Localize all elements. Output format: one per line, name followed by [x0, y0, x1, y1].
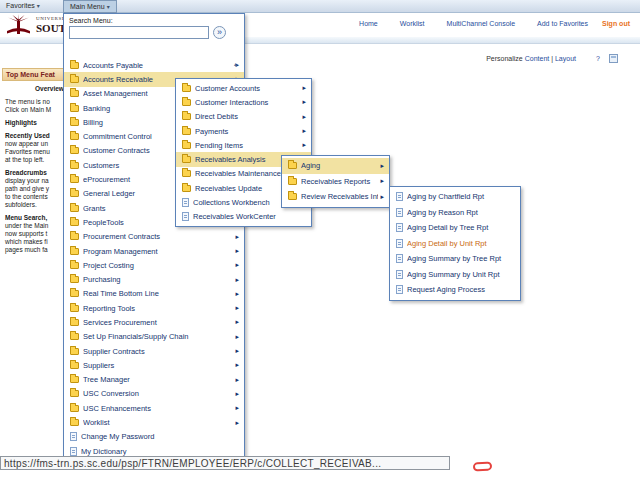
sign-out-link[interactable]: Sign out — [602, 20, 630, 27]
submenu-arrow-icon: ▸ — [233, 304, 239, 312]
menu-item-label: Supplier Contracts — [83, 347, 233, 356]
menu-search-input[interactable] — [69, 26, 209, 39]
menu-item[interactable]: Procurement Contracts ▸ — [64, 230, 244, 244]
menu-item[interactable]: Change My Password ▸ — [64, 430, 244, 444]
sidebar-text-line: which makes fi — [5, 238, 65, 246]
folder-icon — [70, 348, 79, 355]
menu-item[interactable]: Aging by Chartfield Rpt ▸ — [390, 189, 520, 205]
menu-item[interactable]: Pending Items ▸ — [176, 138, 311, 152]
menu-item[interactable]: Reporting Tools ▸ — [64, 301, 244, 315]
menu-item[interactable]: Receivables Reports ▸ — [282, 174, 389, 190]
menu-item-label: My Dictionary — [81, 447, 233, 456]
personalize-layout-link[interactable]: Layout — [555, 55, 576, 62]
sidebar-text-line: Click on Main M — [5, 106, 65, 114]
main-menu-label: Main Menu — [70, 3, 105, 10]
menu-item-label: Receivables Reports — [301, 177, 378, 186]
menu-item[interactable]: Services Procurement ▸ — [64, 315, 244, 329]
sidebar-text-line: Overview — [5, 85, 65, 93]
folder-icon — [70, 119, 79, 126]
menu-item[interactable]: Worklist ▸ — [64, 415, 244, 429]
scroll-up-icon[interactable]: ▲ — [233, 61, 238, 67]
submenu-arrow-icon: ▸ — [233, 419, 239, 427]
menu-item[interactable]: Review Receivables Inf ▸ — [282, 189, 389, 205]
submenu-arrow-icon: ▸ — [233, 361, 239, 369]
sidebar-text-line: under the Main — [5, 222, 65, 230]
menu-item[interactable]: Project Costing ▸ — [64, 258, 244, 272]
sidebar-text-line: path and give y — [5, 185, 65, 193]
personalize-content-link[interactable]: Content — [525, 55, 550, 62]
search-go-icon[interactable]: » — [213, 26, 226, 39]
document-icon — [396, 208, 403, 217]
help-link[interactable]: ? — [596, 55, 600, 62]
main-menu-button[interactable]: Main Menu▾ — [63, 0, 117, 13]
folder-icon — [70, 405, 79, 412]
menu-item-label: Direct Debits — [195, 112, 300, 121]
folder-icon — [70, 176, 79, 183]
menu-item-label: Aging — [301, 161, 378, 170]
document-icon — [396, 239, 403, 248]
menu-item[interactable]: Aging Summary by Tree Rpt ▸ — [390, 251, 520, 267]
header-nav-link[interactable]: Worklist — [400, 20, 425, 27]
menu-item[interactable]: Aging by Reason Rpt ▸ — [390, 205, 520, 221]
sidebar-text-line: Menu Search, — [5, 214, 65, 222]
menu-item-label: Request Aging Process — [407, 285, 509, 294]
folder-icon — [70, 62, 79, 69]
menu-item[interactable]: Purchasing ▸ — [64, 272, 244, 286]
menu-item[interactable]: Receivables WorkCenter ▸ — [176, 210, 311, 224]
submenu-arrow-icon: ▸ — [233, 347, 239, 355]
submenu-arrow-icon: ▸ — [300, 98, 306, 106]
sidebar-text-line: at the top left. — [5, 156, 65, 164]
header-nav-link[interactable]: Home — [359, 20, 378, 27]
folder-icon — [182, 99, 191, 106]
menu-item[interactable]: Aging ▸ — [282, 158, 389, 174]
folder-icon — [182, 85, 191, 92]
sidebar-text-line: The menu is no — [5, 98, 65, 106]
document-icon — [396, 223, 403, 232]
document-icon — [182, 212, 189, 221]
folder-icon — [182, 113, 191, 120]
menu-item[interactable]: Aging Summary by Unit Rpt ▸ — [390, 267, 520, 283]
menu-item[interactable]: Customer Interactions ▸ — [176, 95, 311, 109]
sidebar-text-line: Highlights — [5, 119, 65, 127]
menu-item[interactable]: Request Aging Process ▸ — [390, 282, 520, 298]
window-icon[interactable] — [609, 54, 618, 63]
menu-item[interactable]: Real Time Bottom Line ▸ — [64, 287, 244, 301]
sidebar-text-line: Breadcrumbs — [5, 169, 65, 177]
menu-item[interactable]: Supplier Contracts ▸ — [64, 344, 244, 358]
menu-item[interactable]: Aging Detail by Tree Rpt ▸ — [390, 220, 520, 236]
menu-item-label: Review Receivables Inf — [301, 192, 378, 201]
menu-item-label: USC Enhancements — [83, 404, 233, 413]
menu-item[interactable]: Suppliers ▸ — [64, 358, 244, 372]
document-icon — [396, 285, 403, 294]
folder-icon — [70, 233, 79, 240]
favorites-menu-button[interactable]: Favorites▾ — [6, 2, 40, 9]
folder-icon — [70, 147, 79, 154]
folder-icon — [70, 219, 79, 226]
menu-item[interactable]: USC Enhancements ▸ — [64, 401, 244, 415]
menu-item[interactable]: Direct Debits ▸ — [176, 110, 311, 124]
folder-icon — [70, 162, 79, 169]
header-nav-link[interactable]: MultiChannel Console — [447, 20, 515, 27]
menu-item-label: Aging Summary by Unit Rpt — [407, 270, 509, 279]
submenu-arrow-icon: ▸ — [233, 290, 239, 298]
folder-icon — [70, 419, 79, 426]
sidebar-text-line: display your na — [5, 177, 65, 185]
menu-item[interactable]: Accounts Payable ▸ — [64, 58, 244, 72]
header-nav-link[interactable]: Add to Favorites — [537, 20, 588, 27]
menu-item-label: Payments — [195, 127, 300, 136]
menu-item[interactable]: USC Conversion ▸ — [64, 387, 244, 401]
menu-item[interactable]: Payments ▸ — [176, 124, 311, 138]
document-icon — [70, 432, 77, 441]
sidebar-text-line: subfolders. — [5, 201, 65, 209]
submenu-arrow-icon: ▸ — [378, 162, 384, 170]
menu-item[interactable]: Aging Detail by Unit Rpt ▸ — [390, 236, 520, 252]
top-menu-features-panel: Top Menu Feat OverviewThe menu is noClic… — [2, 68, 65, 254]
submenu-arrow-icon: ▸ — [233, 390, 239, 398]
menu-item[interactable]: Set Up Financials/Supply Chain ▸ — [64, 330, 244, 344]
menu-item[interactable]: Tree Manager ▸ — [64, 373, 244, 387]
menu-item[interactable]: Customer Accounts ▸ — [176, 81, 311, 95]
submenu-arrow-icon: ▸ — [378, 193, 384, 201]
menu-item-label: Project Costing — [83, 261, 233, 270]
folder-icon — [288, 193, 297, 200]
menu-item[interactable]: Program Management ▸ — [64, 244, 244, 258]
